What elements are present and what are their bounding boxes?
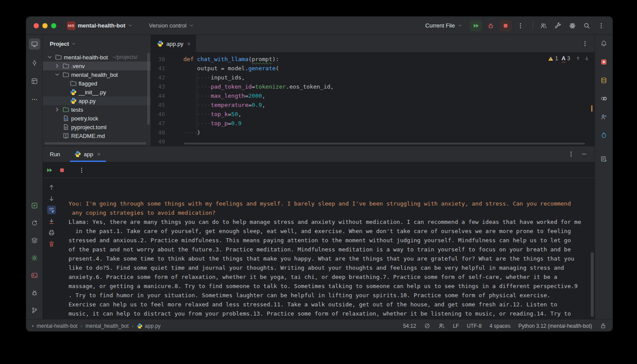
tree-item-pyproject.toml[interactable]: pyproject.toml [43, 123, 151, 131]
code-line-41[interactable]: 41 output = model.generate( [151, 64, 595, 73]
tree-item-mental-health-bot[interactable]: mental-health-bot~/projects/ [43, 53, 151, 62]
stop-process-button[interactable] [58, 166, 66, 175]
code-line-42[interactable]: 42 ····input_ids, [151, 73, 595, 82]
code-line-38[interactable]: 38def chat_with_llama(prompt): [151, 55, 595, 64]
tool-button-plugins[interactable] [568, 21, 577, 30]
line-number[interactable]: 48 [151, 128, 176, 137]
line-number[interactable]: 49 [151, 137, 176, 146]
project-panel-header[interactable]: Project [43, 35, 151, 53]
tool-button-search[interactable] [582, 21, 591, 30]
minimize-window-button[interactable] [42, 23, 48, 28]
lock-icon[interactable] [600, 323, 606, 329]
close-run-tab-icon[interactable] [96, 151, 102, 157]
line-number[interactable]: 42 [151, 73, 176, 82]
tool-button-tools[interactable] [554, 21, 562, 30]
vcs-widget[interactable]: Version control [146, 21, 197, 31]
line-number[interactable]: 38 [151, 55, 176, 64]
tool-button-structure[interactable] [29, 76, 40, 86]
tool-button-database[interactable] [599, 75, 609, 86]
code-line-46[interactable]: 46 ····top_k=50, [151, 110, 595, 119]
tool-button-project[interactable] [29, 38, 40, 50]
tree-item-flagged[interactable]: flagged [43, 79, 151, 88]
run-toolbar-more-button[interactable] [77, 166, 86, 175]
tool-button-services[interactable] [29, 200, 40, 211]
tool-button-users[interactable] [539, 21, 548, 30]
line-number[interactable]: 45 [151, 100, 176, 110]
code-line-43[interactable]: 43 ····pad_token_id=tokenizer.eos_token_… [151, 82, 595, 91]
tool-button-refresh[interactable] [29, 218, 40, 228]
line-separator[interactable]: LF [453, 323, 459, 329]
tool-button-python-packages[interactable] [599, 130, 609, 141]
project-horizontal-scrollbar[interactable] [45, 142, 146, 144]
tool-button-todo[interactable] [599, 154, 609, 164]
arrow-down-button[interactable] [47, 194, 56, 203]
highlighting-level-icon[interactable] [424, 323, 430, 329]
close-window-button[interactable] [34, 23, 39, 28]
code-line-44[interactable]: 44 ····max_length=2000, [151, 91, 595, 100]
editor-horizontal-scrollbar[interactable] [184, 143, 585, 144]
tool-button-terminal[interactable] [29, 270, 40, 281]
code-line-45[interactable]: 45 ····temperature=0.9, [151, 100, 595, 110]
debug-button[interactable] [485, 20, 497, 31]
file-encoding[interactable]: UTF-8 [467, 323, 482, 329]
line-number[interactable]: 44 [151, 91, 176, 100]
run-button[interactable] [470, 20, 482, 31]
console-scrollbar[interactable] [591, 252, 594, 317]
tool-button-commit[interactable] [29, 58, 40, 68]
caret-position[interactable]: 54:12 [403, 323, 416, 329]
titlebar[interactable]: MB mental-health-bot Version control Cur… [26, 17, 613, 35]
tool-button-collaborate[interactable] [599, 112, 609, 122]
tool-button-packages[interactable] [29, 235, 40, 246]
print-button[interactable] [47, 228, 56, 237]
run-configuration-selector[interactable]: Current File [423, 21, 465, 31]
zoom-window-button[interactable] [51, 23, 56, 28]
indent-style[interactable]: 4 spaces [489, 323, 510, 329]
tool-button-git-branch[interactable] [29, 305, 40, 316]
previous-problem-icon[interactable] [575, 56, 581, 61]
project-widget[interactable]: MB mental-health-bot [64, 20, 136, 32]
tool-button-more-h[interactable] [29, 94, 40, 105]
line-number[interactable]: 46 [151, 110, 176, 119]
line-number[interactable]: 41 [151, 64, 176, 73]
warning-stripe-mark[interactable] [591, 105, 592, 112]
close-tab-icon[interactable] [186, 41, 192, 47]
code-line-49[interactable]: 49 [151, 137, 595, 146]
editor-tab-app-py[interactable]: app.py [151, 35, 196, 52]
project-vertical-scrollbar[interactable] [147, 53, 150, 125]
more-run-actions-button[interactable] [514, 20, 527, 31]
breadcrumb-item[interactable]: app.py [137, 323, 161, 329]
tree-item-mental_health_bot[interactable]: mental_health_bot [43, 70, 151, 79]
hide-panel-icon[interactable] [581, 151, 588, 158]
tool-button-problems[interactable] [29, 288, 40, 298]
clear-button[interactable] [47, 240, 56, 248]
run-panel-options-icon[interactable] [568, 151, 575, 158]
tool-button-notifications[interactable] [599, 38, 609, 49]
line-number[interactable]: 47 [151, 119, 176, 128]
code-line-47[interactable]: 47 ····top_p=0.9 [151, 119, 595, 128]
tree-item-.venv[interactable]: .venv [43, 62, 151, 70]
code-with-me-icon[interactable] [438, 323, 445, 329]
tree-item-poetry.lock[interactable]: poetry.lock [43, 114, 151, 123]
tree-item-app.py[interactable]: app.py [43, 96, 151, 105]
tool-button-settings[interactable] [29, 253, 40, 263]
run-tab-app[interactable]: app [69, 146, 107, 162]
rerun-button[interactable] [45, 166, 54, 175]
scroll-end-button[interactable] [47, 217, 56, 226]
breadcrumb-item[interactable]: mental-health-bot [37, 323, 77, 329]
tree-item-README.md[interactable]: README.md [43, 131, 151, 140]
code-editor[interactable]: 38def chat_with_llama(prompt):41 output … [151, 53, 595, 146]
tool-button-ai-assistant[interactable] [599, 57, 609, 67]
breadcrumb-item[interactable]: mental_health_bot [86, 323, 129, 329]
tree-item-tests[interactable]: tests [43, 105, 151, 114]
code-line-48[interactable]: 48····) [151, 128, 595, 137]
tree-item-__init__.py[interactable]: __init__.py [43, 88, 151, 96]
tool-button-more-v[interactable] [597, 21, 606, 30]
tool-button-profiler[interactable] [599, 93, 609, 104]
soft-wrap-button[interactable] [47, 206, 56, 214]
python-interpreter[interactable]: Python 3.12 (mental-health-bot) [518, 323, 592, 329]
arrow-up-button[interactable] [47, 183, 56, 192]
stop-button[interactable] [499, 20, 512, 31]
editor-options-icon[interactable] [582, 40, 589, 47]
line-number[interactable]: 43 [151, 82, 176, 91]
console-output[interactable]: You: I'm going through some things with … [60, 178, 595, 319]
